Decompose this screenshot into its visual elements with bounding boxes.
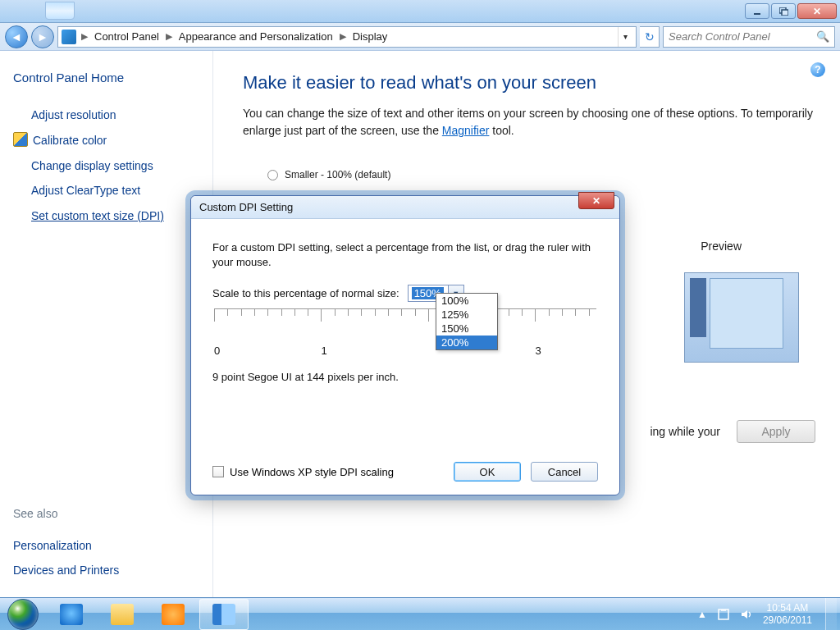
dialog-close-button[interactable]: ✕ [578, 192, 614, 209]
option-200[interactable]: 200% [436, 336, 497, 349]
page-description: You can change the size of text and othe… [243, 105, 827, 139]
radio-smaller-label: Smaller - 100% (default) [285, 169, 390, 180]
sidebar-item-resolution[interactable]: Adjust resolution [31, 103, 199, 128]
ruler-label-3: 3 [535, 345, 541, 357]
minimize-button[interactable] [745, 3, 769, 19]
xp-scaling-checkbox[interactable] [212, 466, 224, 477]
window-titlebar: ✕ [0, 0, 840, 23]
clock-time: 10:54 AM [763, 602, 812, 614]
back-button[interactable]: ◄ [5, 25, 28, 48]
folder-icon [111, 604, 134, 625]
page-title: Make it easier to read what's on your sc… [243, 72, 827, 94]
maximize-button[interactable] [771, 3, 796, 19]
svg-rect-0 [754, 13, 760, 15]
taskbar-wmp[interactable] [148, 599, 198, 630]
tray-overflow-icon[interactable]: ▲ [697, 609, 707, 620]
scale-dropdown-list[interactable]: 100% 125% 150% 200% [436, 293, 498, 350]
crumb-display[interactable]: Display [349, 30, 391, 43]
dialog-instruction: For a custom DPI setting, select a perce… [212, 240, 598, 270]
window-icon [45, 2, 75, 20]
close-button[interactable]: ✕ [797, 3, 837, 19]
search-input[interactable]: Search Control Panel 🔍 [663, 26, 835, 48]
ok-button[interactable]: OK [454, 462, 521, 482]
sidebar: Control Panel Home Adjust resolution Cal… [0, 51, 213, 602]
apply-note: ing while your [650, 425, 720, 438]
apply-button[interactable]: Apply [737, 420, 815, 443]
scale-label: Scale to this percentage of normal size: [212, 287, 399, 299]
taskbar-clock[interactable]: 10:54 AM 29/06/2011 [763, 602, 812, 626]
address-bar[interactable]: ▶ Control Panel ▶ Appearance and Persona… [57, 26, 637, 48]
chevron-right-icon[interactable]: ▶ [80, 31, 89, 42]
start-button[interactable] [0, 598, 46, 631]
sidebar-item-cleartype[interactable]: Adjust ClearType text [31, 178, 199, 203]
search-placeholder: Search Control Panel [669, 30, 770, 43]
see-also-section: See also Personalization Devices and Pri… [13, 502, 119, 582]
radio-icon[interactable] [267, 170, 278, 180]
see-also-header: See also [13, 502, 119, 526]
taskbar-explorer[interactable] [98, 599, 147, 630]
address-dropdown[interactable]: ▾ [618, 27, 632, 47]
volume-icon[interactable] [740, 608, 753, 621]
control-panel-icon [212, 604, 235, 625]
ruler[interactable]: 0 1 3 [214, 308, 596, 359]
preview-image [684, 272, 799, 363]
svg-rect-2 [782, 10, 788, 16]
option-150[interactable]: 150% [436, 322, 497, 336]
ruler-label-0: 0 [214, 345, 220, 357]
show-desktop-button[interactable] [825, 598, 837, 631]
help-icon[interactable]: ? [810, 62, 825, 77]
taskbar-control-panel[interactable] [199, 599, 249, 630]
radio-smaller-row[interactable]: Smaller - 100% (default) [267, 169, 827, 180]
crumb-appearance[interactable]: Appearance and Personalization [176, 30, 336, 43]
cancel-button[interactable]: Cancel [531, 462, 598, 482]
preview-label: Preview [701, 240, 742, 253]
system-tray: ▲ 10:54 AM 29/06/2011 [697, 598, 840, 631]
svg-rect-3 [719, 609, 728, 619]
refresh-button[interactable]: ↻ [640, 26, 660, 48]
xp-scaling-label: Use Windows XP style DPI scaling [230, 466, 394, 478]
clock-date: 29/06/2011 [763, 614, 812, 626]
see-also-devices[interactable]: Devices and Printers [13, 559, 119, 582]
control-panel-home-link[interactable]: Control Panel Home [13, 71, 199, 84]
display-icon [62, 30, 76, 44]
dpi-status: 9 point Segoe UI at 144 pixels per inch. [212, 371, 598, 383]
search-icon[interactable]: 🔍 [816, 30, 829, 43]
forward-button[interactable]: ► [31, 25, 54, 48]
dialog-title: Custom DPI Setting [199, 201, 293, 213]
crumb-control-panel[interactable]: Control Panel [91, 30, 162, 43]
option-125[interactable]: 125% [436, 308, 497, 322]
wmp-icon [162, 604, 185, 625]
sidebar-item-custom-dpi[interactable]: Set custom text size (DPI) [31, 203, 199, 229]
custom-dpi-dialog: Custom DPI Setting ✕ For a custom DPI se… [190, 195, 620, 495]
sidebar-item-calibrate[interactable]: Calibrate color [31, 128, 199, 153]
chevron-right-icon[interactable]: ▶ [338, 31, 348, 42]
action-center-icon[interactable] [717, 608, 730, 621]
see-also-personalization[interactable]: Personalization [13, 534, 119, 558]
option-100[interactable]: 100% [436, 294, 497, 308]
magnifier-link[interactable]: Magnifier [442, 124, 490, 137]
ie-icon [60, 604, 83, 625]
sidebar-item-change-settings[interactable]: Change display settings [31, 153, 199, 179]
taskbar: ▲ 10:54 AM 29/06/2011 [0, 597, 840, 630]
taskbar-ie[interactable] [47, 599, 96, 630]
windows-orb-icon [7, 599, 39, 630]
dialog-titlebar[interactable]: Custom DPI Setting ✕ [191, 196, 619, 219]
chevron-right-icon[interactable]: ▶ [164, 31, 174, 42]
address-bar-row: ◄ ► ▶ Control Panel ▶ Appearance and Per… [0, 23, 840, 51]
ruler-label-1: 1 [321, 345, 326, 357]
